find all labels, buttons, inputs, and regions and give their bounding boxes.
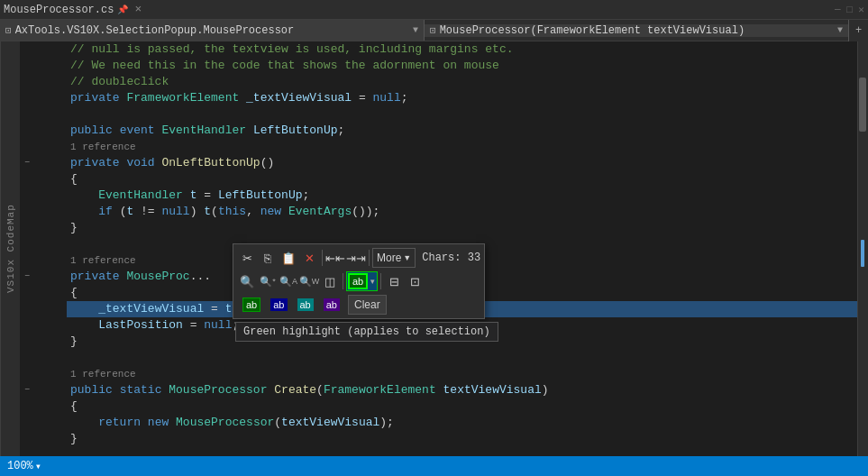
gutter: − − − <box>20 41 67 456</box>
codemap-sidebar: VS10x CodeMap <box>0 41 20 456</box>
code-line-9: EventHandler t = LeftButtonUp; <box>67 188 857 204</box>
clear-highlights-button[interactable]: Clear <box>348 295 387 315</box>
collapse-create[interactable]: − <box>20 382 34 398</box>
code-line-ref3: 1 reference <box>67 366 857 382</box>
code-line-19: public static MouseProcessor Create(Fram… <box>67 382 857 398</box>
title-bar-close[interactable]: × <box>132 3 144 16</box>
tooltip-green-highlight: Green highlight (applies to selection) <box>235 322 498 342</box>
class-dropdown-arrow: ▼ <box>413 25 418 35</box>
find-toolbar: ✂ ⎘ 📋 ✕ ⇤⇤ ⇥⇥ More ▼ Chars: 33 🔍 🔍* <box>233 243 485 319</box>
scrollbar-mini-thumb <box>861 240 864 267</box>
nav-bar: ⊡ AxTools.VS10X.SelectionPopup.MouseProc… <box>0 20 868 41</box>
copy-button[interactable]: ⎘ <box>258 248 278 268</box>
zoom-dropdown-arrow: ▾ <box>35 460 41 473</box>
find-word-button[interactable]: 🔍W <box>299 271 319 291</box>
separator-2 <box>369 250 370 266</box>
separator-3 <box>343 273 343 289</box>
method-dropdown-text: MouseProcessor(FrameworkElement textView… <box>440 24 837 37</box>
find-button[interactable]: 🔍 <box>237 271 257 291</box>
code-line-1: // null is passed, the textview is used,… <box>67 41 857 58</box>
code-line-21: return new MouseProcessor(textViewVisual… <box>67 415 857 431</box>
code-line-22: } <box>67 431 857 447</box>
separator-1 <box>322 250 323 266</box>
nav-expand-button[interactable]: + <box>848 20 868 41</box>
more-button[interactable]: More ▼ <box>372 248 416 268</box>
collapse-column: − − − <box>20 41 34 456</box>
zoom-control[interactable]: 100% ▾ <box>7 460 41 473</box>
collapse-constructor[interactable]: − <box>20 269 34 285</box>
class-dropdown[interactable]: ⊡ AxTools.VS10X.SelectionPopup.MouseProc… <box>0 20 425 41</box>
code-line-4: private FrameworkElement _textViewVisual… <box>67 90 857 106</box>
code-line-8: { <box>67 171 857 188</box>
clear-label: Clear <box>354 298 380 311</box>
method-dropdown[interactable]: ⊡ MouseProcessor(FrameworkElement textVi… <box>425 24 848 37</box>
title-bar-pin[interactable]: 📌 <box>117 5 128 15</box>
highlight-chip-teal[interactable]: ab <box>294 295 317 315</box>
highlight-chip-green[interactable]: ab <box>239 295 264 315</box>
class-dropdown-text: AxTools.VS10X.SelectionPopup.MouseProces… <box>15 24 413 37</box>
window-controls: ─ □ ✕ <box>835 4 864 15</box>
copy2-button[interactable]: ⊟ <box>384 271 404 291</box>
cut-button[interactable]: ✂ <box>237 248 257 268</box>
code-line-3: // doubleclick <box>67 74 857 90</box>
highlight-dropdown-arrow: ▼ <box>369 278 376 286</box>
collapse-onleftbuttonup[interactable]: − <box>20 155 34 171</box>
main-container: VS10x CodeMap − − <box>0 41 868 456</box>
highlight-chip-purple[interactable]: ab <box>320 295 343 315</box>
code-line-5 <box>67 106 857 123</box>
find-toolbar-row1: ✂ ⎘ 📋 ✕ ⇤⇤ ⇥⇥ More ▼ Chars: 33 <box>235 246 482 270</box>
code-line-10: if (t != null) t(this, new EventArgs()); <box>67 204 857 220</box>
title-bar: MouseProcessor.cs 📌 × ─ □ ✕ <box>0 0 868 20</box>
code-line-7: private void OnLeftButtonUp() <box>67 155 857 171</box>
zoom-value: 100% <box>7 460 33 472</box>
chars-count: Chars: 33 <box>422 252 480 264</box>
code-line-23 <box>67 447 857 456</box>
more-label: More <box>377 252 401 264</box>
outdent-button[interactable]: ⇥⇥ <box>346 248 366 268</box>
code-line-6: public event EventHandler LeftButtonUp; <box>67 123 857 139</box>
highlight-chips: ab ab ab ab Clear Green highlight (appli… <box>235 293 482 316</box>
title-bar-filename: MouseProcessor.cs <box>4 4 114 16</box>
code-line-ref1: 1 reference <box>67 139 857 155</box>
code-editor: − − − <box>20 41 868 456</box>
indent-button[interactable]: ⇤⇤ <box>325 248 345 268</box>
find-regex-button[interactable]: 🔍* <box>258 271 278 291</box>
status-bar: 100% ▾ <box>0 456 868 476</box>
format-button[interactable]: ◫ <box>320 271 340 291</box>
highlight-active-label: ab <box>348 273 368 289</box>
code-line-11: } <box>67 220 857 236</box>
scrollbar-thumb[interactable] <box>859 78 866 132</box>
find-case-button[interactable]: 🔍A <box>279 271 298 291</box>
method-dropdown-arrow: ▼ <box>837 25 843 35</box>
code-line-18 <box>67 350 857 366</box>
code-line-2: // We need this in the code that shows t… <box>67 58 857 74</box>
find-toolbar-row2: 🔍 🔍* 🔍A 🔍W ◫ ab ▼ ⊟ ⊡ <box>235 270 482 293</box>
highlight-chip-blue[interactable]: ab <box>267 295 290 315</box>
close-button[interactable]: ✕ <box>299 248 319 268</box>
extra-button[interactable]: ⊡ <box>405 271 425 291</box>
highlight-active-button[interactable]: ab ▼ <box>346 271 378 291</box>
scrollbar-right[interactable] <box>857 41 868 456</box>
code-line-20: { <box>67 398 857 415</box>
separator-4 <box>380 273 381 289</box>
paste-button[interactable]: 📋 <box>279 248 298 268</box>
more-dropdown-arrow: ▼ <box>403 253 411 262</box>
